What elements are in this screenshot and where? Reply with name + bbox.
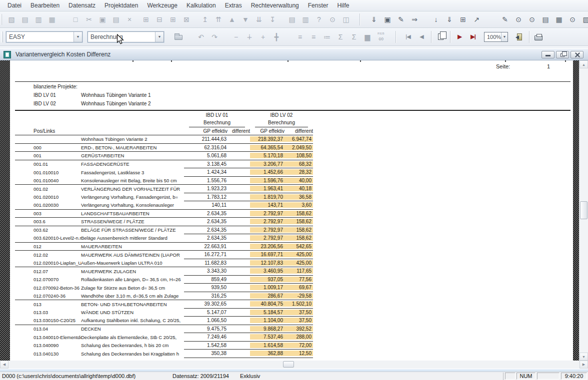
redo-icon[interactable]: ↷ [208, 31, 221, 43]
sum-icon[interactable]: Σ [348, 31, 360, 43]
zoom-selection-icon[interactable]: ⊙ [566, 13, 579, 25]
move-pagedown-icon[interactable]: ⇊ [252, 13, 266, 25]
cell-gp-variant1: 350,38 [184, 351, 228, 356]
row-right-segment: 2.634,352.792,97158,62 [184, 210, 313, 218]
insert-child-icon[interactable]: ⊟ [153, 13, 166, 25]
cell-diff-variant2: 77,56 [284, 277, 313, 282]
menu-item-hilfe[interactable]: Hilfe [332, 0, 354, 10]
close-button[interactable] [570, 51, 584, 58]
zoom-document-icon[interactable]: ⊙ [512, 13, 525, 25]
outline-bullets-icon[interactable]: ≡ [294, 31, 306, 43]
outline-indent-icon[interactable]: ≡ [307, 31, 320, 43]
undo-icon[interactable]: ↶ [194, 31, 208, 43]
report-toolbar: EASY▼Berechnung▼↶↷−∔+╋≡≡≔ΣΣ▆REB∞|◀◀▶▶|10… [0, 28, 588, 46]
grid-icon[interactable]: ⊞ [456, 13, 470, 25]
cell-gp-variant2: 5.184,57 [250, 310, 284, 315]
new-document-icon[interactable]: □ [69, 13, 82, 25]
statistics-icon[interactable]: ▆ [361, 31, 374, 43]
catalog-icon[interactable]: ▦ [46, 13, 58, 25]
menu-item-datensatz[interactable]: Datensatz [64, 0, 100, 10]
zoom-combo-dropdown-button[interactable]: ▼ [501, 32, 508, 41]
delete-icon[interactable]: × [123, 13, 136, 25]
cell-description: BETON- UND STAHLBETONARBEITEN [81, 302, 184, 307]
menu-item-rechteverwaltung[interactable]: Rechteverwaltung [246, 0, 304, 10]
copy-pages-icon[interactable] [434, 31, 447, 43]
view-combo[interactable]: Berechnung▼ [88, 31, 164, 42]
insert-sibling-icon-glyph: ⊞ [143, 16, 149, 23]
fill-down-icon[interactable]: ↓ [430, 13, 442, 25]
help-icon[interactable]: ? [312, 13, 326, 25]
menu-item-fenster[interactable]: Fenster [304, 0, 333, 10]
row-right-segment: 939,501.009,1769,67 [184, 284, 313, 292]
horizontal-scrollbar[interactable]: ◀ ▶ [0, 361, 588, 369]
prev-page-icon[interactable]: ◀ [415, 31, 428, 43]
cut-icon[interactable]: ✂ [82, 13, 96, 25]
report-view-icon[interactable]: ▤ [18, 13, 32, 25]
split-window-icon[interactable]: ◫ [340, 13, 352, 25]
insert-row-icon[interactable]: + [256, 31, 270, 43]
view-combo-dropdown-button[interactable]: ▼ [155, 32, 164, 42]
import-icon[interactable]: ⇓ [368, 13, 380, 25]
insert-above-icon[interactable]: ∔ [243, 31, 256, 43]
edit-document-icon[interactable]: ✎ [394, 13, 408, 25]
exit-icon[interactable] [513, 31, 526, 43]
copy-icon[interactable]: ▣ [96, 13, 109, 25]
cell-gp-variant1: 3.138,45 [184, 161, 228, 167]
sum-select-icon[interactable]: Σ [334, 31, 347, 43]
move-up-icon[interactable]: ▲ [226, 13, 238, 25]
restore-button[interactable] [556, 51, 569, 58]
next-page-icon[interactable]: ▶ [453, 31, 466, 43]
first-page-icon[interactable]: |◀ [402, 31, 414, 43]
print-preview-icon[interactable]: ▤ [286, 13, 298, 25]
forward-document-icon[interactable]: ⇒ [408, 13, 421, 25]
menu-item-projektdaten[interactable]: Projektdaten [100, 0, 142, 10]
menu-item-extras[interactable]: Extras [220, 0, 246, 10]
prev-page-icon-glyph: ◀ [420, 34, 423, 39]
horizontal-scroll-thumb[interactable] [283, 361, 294, 368]
vertical-scroll-thumb[interactable] [580, 201, 588, 219]
stamp-icon[interactable]: ▣ [381, 13, 394, 25]
remove-row-icon[interactable]: − [230, 31, 242, 43]
menu-item-bearbeiten[interactable]: Bearbeiten [26, 0, 64, 10]
scroll-right-arrow-icon[interactable]: ▶ [580, 361, 588, 369]
toolbar-grip[interactable] [1, 31, 3, 42]
export-document-icon[interactable]: ▤ [539, 13, 552, 25]
minimize-button[interactable] [542, 51, 554, 58]
move-down-icon[interactable]: ▼ [239, 13, 252, 25]
open-folder-icon[interactable] [172, 31, 185, 43]
reb-icon[interactable]: REB∞ [374, 31, 388, 43]
last-page-icon[interactable]: ▶| [466, 31, 480, 43]
cell-gp-variant1: 5.061,68 [184, 153, 228, 158]
toolbar-grip[interactable] [1, 14, 2, 25]
insert-special-icon[interactable]: ╋ [270, 31, 283, 43]
numbered-list-icon[interactable]: ≔ [320, 31, 334, 43]
zoom-page-icon[interactable]: ⊙ [526, 13, 538, 25]
zoom-combo[interactable]: 100%▼ [484, 32, 508, 42]
scroll-up-arrow-icon[interactable]: ▲ [580, 60, 588, 68]
search-icon[interactable]: ⊙ [326, 13, 339, 25]
move-bottom-icon[interactable]: ↧ [266, 13, 279, 25]
scroll-down-arrow-icon[interactable]: ▼ [580, 353, 588, 361]
document-grid-icon[interactable]: ▦ [552, 13, 566, 25]
scroll-left-arrow-icon[interactable]: ◀ [0, 361, 8, 369]
document-settings-icon[interactable]: ▧ [580, 13, 588, 25]
picture-view-icon[interactable]: ▥ [32, 13, 45, 25]
pin-icon[interactable]: ↗ [470, 13, 483, 25]
menu-item-werkzeuge[interactable]: Werkzeuge [142, 0, 182, 10]
insert-before-icon[interactable]: ⊞ [166, 13, 180, 25]
hierarchy-icon[interactable]: ⊠ [180, 13, 193, 25]
vertical-scrollbar[interactable]: ▲ ▼ [579, 60, 588, 361]
layout-combo[interactable]: EASY▼ [6, 31, 82, 42]
layout-combo-dropdown-button[interactable]: ▼ [74, 32, 82, 42]
annotate-icon[interactable]: ✎ [498, 13, 512, 25]
print-icon[interactable]: ▥ [299, 13, 312, 25]
print-report-icon[interactable] [532, 31, 545, 43]
paste-icon[interactable]: ▤ [110, 13, 122, 25]
insert-sibling-icon[interactable]: ⊞ [140, 13, 152, 25]
menu-item-kalkulation[interactable]: Kalkulation [182, 0, 220, 10]
menu-item-datei[interactable]: Datei [3, 0, 26, 10]
move-pageup-icon[interactable]: ⇈ [212, 13, 225, 25]
move-top-icon[interactable]: ↥ [198, 13, 212, 25]
fill-all-icon[interactable]: ⇓ [443, 13, 456, 25]
export-image-icon[interactable]: ▧ [5, 13, 18, 25]
